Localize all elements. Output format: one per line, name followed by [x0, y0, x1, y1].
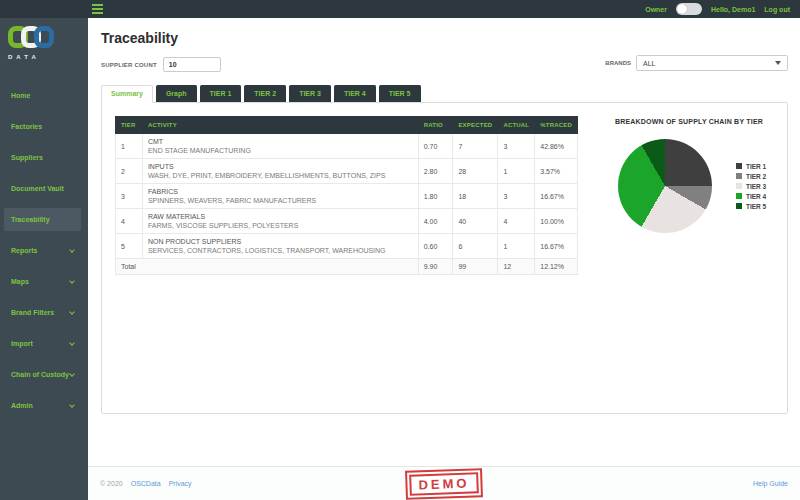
sidebar-item-factories[interactable]: Factories: [0, 111, 88, 142]
oscdata-link[interactable]: OSCData: [131, 480, 161, 487]
legend-label: TIER 5: [746, 203, 766, 210]
legend-label: TIER 1: [746, 163, 766, 170]
logo-data-label: DATA: [8, 54, 88, 60]
column-header-activity: ACTIVITY: [142, 117, 418, 134]
cell-tier: 3: [116, 184, 143, 209]
cell-tier: 1: [116, 134, 143, 159]
privacy-link[interactable]: Privacy: [169, 480, 192, 487]
brands-selected-value: ALL: [643, 60, 655, 67]
table-row: 5NON PRODUCT SUPPLIERSSERVICES, CONTRACT…: [116, 234, 578, 259]
cell-traced: 3.57%: [535, 159, 578, 184]
cell-actual: 4: [498, 209, 535, 234]
legend-swatch-icon: [736, 183, 742, 189]
logout-link[interactable]: Log out: [764, 6, 790, 13]
hamburger-menu-icon[interactable]: [92, 4, 103, 16]
column-header-tier: TIER: [116, 117, 143, 134]
cell-activity: CMTEND STAGE MANUFACTURING: [142, 134, 418, 159]
cell-total-traced: 12.12%: [535, 259, 578, 275]
chevron-down-icon: [69, 309, 75, 315]
help-guide-link[interactable]: Help Guide: [753, 480, 788, 487]
footer: © 2020 OSCData Privacy DEMO Help Guide: [88, 466, 800, 500]
topbar: Owner Hello, Demo1 Log out: [0, 0, 800, 18]
sidebar-item-chain-of-custody[interactable]: Chain of Custody: [0, 359, 88, 390]
tab-tier-2[interactable]: TIER 2: [244, 85, 286, 102]
table-row: 3FABRICSSPINNERS, WEAVERS, FABRIC MANUFA…: [116, 184, 578, 209]
sidebar-item-import[interactable]: Import: [0, 328, 88, 359]
cell-ratio: 2.80: [418, 159, 453, 184]
cell-activity: INPUTSWASH, DYE, PRINT, EMBROIDERY, EMBE…: [142, 159, 418, 184]
cell-ratio: 1.80: [418, 184, 453, 209]
sidebar-item-home[interactable]: Home: [0, 80, 88, 111]
table-row: 1CMTEND STAGE MANUFACTURING0.707342.86%: [116, 134, 578, 159]
sidebar-item-label: Chain of Custody: [11, 371, 69, 378]
column-header-expected: EXPECTED: [453, 117, 498, 134]
cell-expected: 28: [453, 159, 498, 184]
cell-tier: 5: [116, 234, 143, 259]
sidebar-item-label: Reports: [11, 247, 37, 254]
column-header-traced: %TRACED: [535, 117, 578, 134]
cell-ratio: 0.70: [418, 134, 453, 159]
greeting-text: Hello, Demo1: [711, 6, 755, 13]
legend-item-tier-3: TIER 3: [736, 183, 766, 190]
table-total-row: Total9.90991212.12%: [116, 259, 578, 275]
sidebar-item-label: Home: [11, 92, 30, 99]
sidebar-item-maps[interactable]: Maps: [0, 266, 88, 297]
sidebar-item-reports[interactable]: Reports: [0, 235, 88, 266]
cell-expected: 40: [453, 209, 498, 234]
legend-swatch-icon: [736, 193, 742, 199]
tab-summary[interactable]: Summary: [101, 85, 153, 103]
sidebar-item-suppliers[interactable]: Suppliers: [0, 142, 88, 173]
legend-swatch-icon: [736, 173, 742, 179]
cell-activity: FABRICSSPINNERS, WEAVERS, FABRIC MANUFAC…: [142, 184, 418, 209]
cell-traced: 16.67%: [535, 184, 578, 209]
page-title: Traceability: [101, 30, 800, 46]
cell-total-expected: 99: [453, 259, 498, 275]
chevron-down-icon: [69, 247, 75, 253]
sidebar-item-document-vault[interactable]: Document Vault: [0, 173, 88, 204]
tab-tier-3[interactable]: TIER 3: [289, 85, 331, 102]
sidebar-nav: HomeFactoriesSuppliersDocument VaultTrac…: [0, 80, 88, 421]
sidebar-item-brand-filters[interactable]: Brand Filters: [0, 297, 88, 328]
sidebar-item-label: Factories: [11, 123, 42, 130]
sidebar-item-admin[interactable]: Admin: [0, 390, 88, 421]
cell-expected: 6: [453, 234, 498, 259]
chevron-down-icon: [69, 278, 75, 284]
tab-tier-4[interactable]: TIER 4: [334, 85, 376, 102]
chevron-down-icon: [69, 402, 75, 408]
sidebar-item-label: Suppliers: [11, 154, 43, 161]
cell-actual: 1: [498, 159, 535, 184]
cell-traced: 10.00%: [535, 209, 578, 234]
cell-total-label: Total: [116, 259, 419, 275]
tab-tier-1[interactable]: TIER 1: [200, 85, 242, 102]
demo-stamp-text: DEMO: [409, 472, 479, 495]
brands-select[interactable]: ALL: [636, 55, 788, 71]
sidebar-item-label: Import: [11, 340, 33, 347]
cell-actual: 1: [498, 234, 535, 259]
traceability-table: TIERACTIVITYRATIOEXPECTEDACTUAL%TRACED 1…: [115, 116, 578, 275]
tab-tier-5[interactable]: TIER 5: [379, 85, 421, 102]
owner-toggle[interactable]: [676, 3, 702, 15]
cell-expected: 7: [453, 134, 498, 159]
tab-graph[interactable]: Graph: [156, 85, 197, 102]
logo: DATA: [0, 18, 88, 64]
legend-item-tier-5: TIER 5: [736, 203, 766, 210]
cell-traced: 16.67%: [535, 234, 578, 259]
chart-title: BREAKDOWN OF SUPPLY CHAIN BY TIER: [604, 118, 774, 125]
column-header-ratio: RATIO: [418, 117, 453, 134]
sidebar-item-label: Document Vault: [11, 185, 64, 192]
cell-expected: 18: [453, 184, 498, 209]
legend-label: TIER 3: [746, 183, 766, 190]
owner-label: Owner: [645, 6, 667, 13]
sidebar-item-label: Admin: [11, 402, 33, 409]
chevron-down-icon: [69, 371, 75, 377]
sidebar-item-traceability[interactable]: Traceability: [0, 204, 88, 235]
cell-ratio: 4.00: [418, 209, 453, 234]
cell-total-ratio: 9.90: [418, 259, 453, 275]
chart-area: BREAKDOWN OF SUPPLY CHAIN BY TIER TIER 1…: [604, 116, 774, 233]
supplier-count-input[interactable]: [163, 57, 221, 72]
pie-chart: [618, 139, 712, 233]
sidebar-item-label: Maps: [11, 278, 29, 285]
filter-controls: SUPPLIER COUNT BRANDS ALL: [101, 55, 788, 72]
chain-links-logo-icon: [8, 24, 88, 50]
cell-actual: 3: [498, 184, 535, 209]
